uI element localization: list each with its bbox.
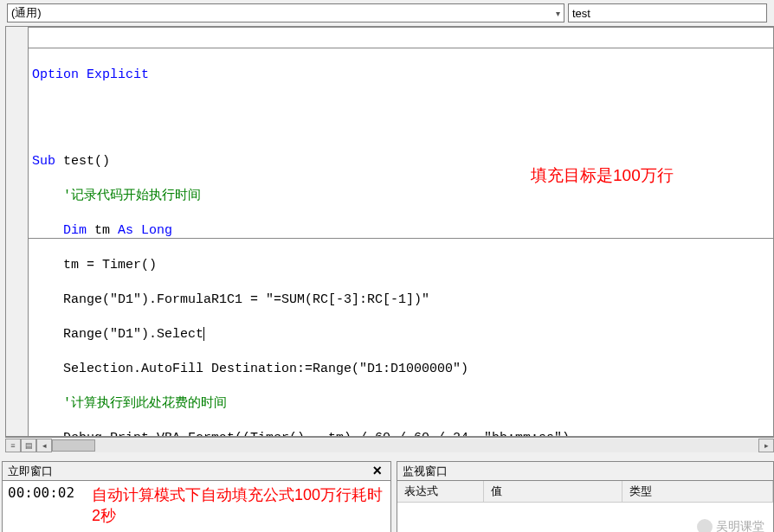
horizontal-scrollbar[interactable]: ≡ ▤ ◂ ▸ xyxy=(5,437,774,452)
close-icon[interactable]: × xyxy=(369,462,385,480)
code-area[interactable]: Option Explicit Sub test() '记录代码开始执行时间 D… xyxy=(29,27,773,436)
view-procedure-icon[interactable]: ▤ xyxy=(21,439,36,452)
watch-col-expression[interactable]: 表达式 xyxy=(397,481,484,502)
code-token: Explicit xyxy=(87,67,149,82)
code-comment: '记录代码开始执行时间 xyxy=(32,188,770,205)
chevron-down-icon: ▾ xyxy=(556,9,560,18)
view-full-module-icon[interactable]: ≡ xyxy=(5,439,21,452)
object-dropdown-value: (通用) xyxy=(11,5,42,21)
procedure-dropdown[interactable]: test xyxy=(568,3,767,22)
code-token: Debug xyxy=(32,431,102,436)
code-token: Long xyxy=(133,223,172,238)
immediate-output: 00:00:02 xyxy=(8,484,74,501)
watch-headers: 表达式 值 类型 xyxy=(397,481,773,503)
immediate-window-title-bar: 立即窗口 × xyxy=(3,462,390,481)
code-token: test() xyxy=(55,154,110,169)
code-line: tm = Timer() xyxy=(32,257,770,274)
immediate-window-title: 立即窗口 xyxy=(8,464,53,479)
annotation-fill-target: 填充目标是100万行 xyxy=(531,167,674,184)
scroll-track[interactable] xyxy=(52,439,758,452)
object-dropdown[interactable]: (通用) ▾ xyxy=(7,3,564,22)
code-line: Selection.AutoFill Destination:=Range("D… xyxy=(32,361,770,378)
immediate-window: 立即窗口 × 00:00:02 自动计算模式下自动填充公式100万行耗时2秒 xyxy=(2,461,391,532)
code-token: Dim xyxy=(32,223,87,238)
watermark-icon xyxy=(697,519,713,532)
watch-window-title: 监视窗口 xyxy=(403,464,448,479)
code-token: As xyxy=(118,223,133,238)
scroll-thumb[interactable] xyxy=(52,439,95,452)
watch-col-type[interactable]: 类型 xyxy=(622,481,773,502)
code-token: .Print xyxy=(102,431,157,436)
watch-col-value[interactable]: 值 xyxy=(484,481,622,502)
watch-window-title-bar: 监视窗口 xyxy=(397,462,773,481)
code-line: Range("D1").FormulaR1C1 = "=SUM(RC[-3]:R… xyxy=(32,292,770,309)
code-token: Option xyxy=(32,67,79,82)
code-line: Range("D1").Select xyxy=(32,327,203,342)
code-token: tm xyxy=(87,223,118,238)
watermark: 吴明课堂 xyxy=(697,519,764,532)
annotation-timing: 自动计算模式下自动填充公式100万行耗时2秒 xyxy=(92,484,385,526)
code-token: Sub xyxy=(32,154,55,169)
procedure-dropdown-value: test xyxy=(572,7,590,20)
scroll-left-icon[interactable]: ◂ xyxy=(36,439,52,452)
code-comment: '计算执行到此处花费的时间 xyxy=(32,395,770,413)
watch-window: 监视窗口 表达式 值 类型 吴明课堂 xyxy=(397,461,774,532)
immediate-window-body[interactable]: 00:00:02 自动计算模式下自动填充公式100万行耗时2秒 xyxy=(3,481,390,532)
watermark-text: 吴明课堂 xyxy=(716,519,764,532)
code-gutter xyxy=(6,27,29,436)
scroll-right-icon[interactable]: ▸ xyxy=(758,439,774,452)
code-token: VBA.Format((Timer() - tm) / 60 / 60 / 24… xyxy=(157,431,570,436)
watch-window-body[interactable]: 吴明课堂 xyxy=(397,503,773,532)
code-editor[interactable]: Option Explicit Sub test() '记录代码开始执行时间 D… xyxy=(5,26,774,437)
